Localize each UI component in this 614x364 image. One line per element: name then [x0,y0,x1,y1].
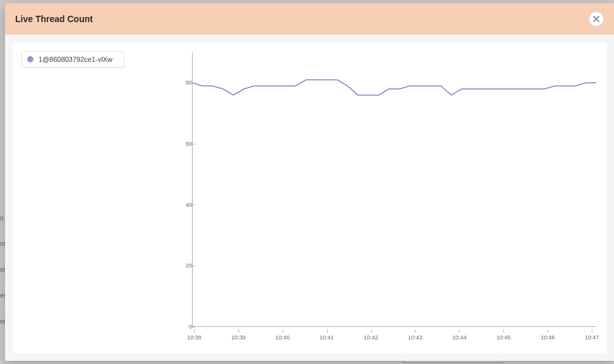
x-tick-label: 10:42 [364,334,378,341]
x-tick-label: 10:43 [408,334,423,341]
x-tick-label: 10:40 [275,334,290,341]
y-tick-label: 80 [179,79,192,86]
x-tick-label: 10:46 [541,334,555,341]
y-tick-label: 0 [179,324,192,330]
legend-color-swatch [27,56,33,62]
close-icon [593,16,599,22]
modal-title: Live Thread Count [15,14,93,24]
legend[interactable]: 1@860803792ce1-vlXw [21,51,124,68]
modal-body: 1@860803792ce1-vlXw 02040608010:3810:391… [5,35,614,361]
modal-header: Live Thread Count [5,3,614,35]
x-tick-label: 10:47 [585,334,599,341]
line-plot [192,52,596,327]
x-tick-label: 10:44 [452,334,467,341]
y-tick-label: 20 [179,262,192,269]
x-tick-label: 10:38 [187,334,202,341]
y-tick-label: 40 [179,202,192,208]
series-line [192,80,596,95]
legend-series-name: 1@860803792ce1-vlXw [39,56,112,63]
y-tick-label: 60 [179,141,192,147]
chart-card: 1@860803792ce1-vlXw 02040608010:3810:391… [13,42,606,353]
live-thread-count-modal: Live Thread Count 1@860803792ce1-vlXw 02… [5,3,614,361]
plot-area: 02040608010:3810:3910:4010:4110:4210:431… [179,52,596,341]
x-tick-label: 10:45 [497,334,511,341]
x-tick-label: 10:39 [231,334,246,341]
x-tick-label: 10:41 [320,334,334,341]
close-button[interactable] [589,11,604,26]
